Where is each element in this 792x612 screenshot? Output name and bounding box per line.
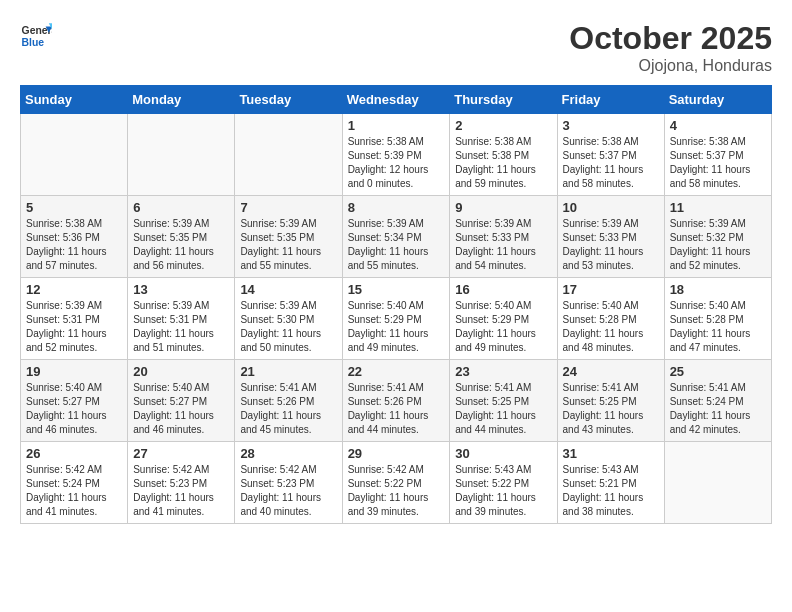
day-number: 26 — [26, 446, 122, 461]
calendar-cell: 23Sunrise: 5:41 AMSunset: 5:25 PMDayligh… — [450, 360, 557, 442]
calendar-cell — [664, 442, 771, 524]
calendar-cell: 15Sunrise: 5:40 AMSunset: 5:29 PMDayligh… — [342, 278, 450, 360]
calendar-cell — [21, 114, 128, 196]
day-info: Sunrise: 5:39 AMSunset: 5:35 PMDaylight:… — [133, 217, 229, 273]
calendar-cell: 6Sunrise: 5:39 AMSunset: 5:35 PMDaylight… — [128, 196, 235, 278]
day-number: 12 — [26, 282, 122, 297]
day-number: 17 — [563, 282, 659, 297]
header-thursday: Thursday — [450, 86, 557, 114]
week-row-3: 12Sunrise: 5:39 AMSunset: 5:31 PMDayligh… — [21, 278, 772, 360]
calendar-cell — [128, 114, 235, 196]
week-row-1: 1Sunrise: 5:38 AMSunset: 5:39 PMDaylight… — [21, 114, 772, 196]
calendar-cell: 8Sunrise: 5:39 AMSunset: 5:34 PMDaylight… — [342, 196, 450, 278]
day-number: 25 — [670, 364, 766, 379]
day-info: Sunrise: 5:39 AMSunset: 5:34 PMDaylight:… — [348, 217, 445, 273]
calendar-cell: 9Sunrise: 5:39 AMSunset: 5:33 PMDaylight… — [450, 196, 557, 278]
day-number: 29 — [348, 446, 445, 461]
title-block: October 2025 Ojojona, Honduras — [569, 20, 772, 75]
day-number: 5 — [26, 200, 122, 215]
location: Ojojona, Honduras — [569, 57, 772, 75]
day-info: Sunrise: 5:38 AMSunset: 5:39 PMDaylight:… — [348, 135, 445, 191]
calendar-cell: 26Sunrise: 5:42 AMSunset: 5:24 PMDayligh… — [21, 442, 128, 524]
day-info: Sunrise: 5:41 AMSunset: 5:26 PMDaylight:… — [240, 381, 336, 437]
calendar-cell: 11Sunrise: 5:39 AMSunset: 5:32 PMDayligh… — [664, 196, 771, 278]
day-number: 3 — [563, 118, 659, 133]
day-number: 22 — [348, 364, 445, 379]
day-number: 10 — [563, 200, 659, 215]
calendar-cell: 30Sunrise: 5:43 AMSunset: 5:22 PMDayligh… — [450, 442, 557, 524]
day-number: 6 — [133, 200, 229, 215]
calendar-cell: 28Sunrise: 5:42 AMSunset: 5:23 PMDayligh… — [235, 442, 342, 524]
logo: General Blue — [20, 20, 52, 52]
day-number: 4 — [670, 118, 766, 133]
calendar-header-row: SundayMondayTuesdayWednesdayThursdayFrid… — [21, 86, 772, 114]
month-title: October 2025 — [569, 20, 772, 57]
calendar-cell: 22Sunrise: 5:41 AMSunset: 5:26 PMDayligh… — [342, 360, 450, 442]
header-tuesday: Tuesday — [235, 86, 342, 114]
day-info: Sunrise: 5:39 AMSunset: 5:31 PMDaylight:… — [133, 299, 229, 355]
day-info: Sunrise: 5:38 AMSunset: 5:37 PMDaylight:… — [563, 135, 659, 191]
calendar-table: SundayMondayTuesdayWednesdayThursdayFrid… — [20, 85, 772, 524]
calendar-cell: 25Sunrise: 5:41 AMSunset: 5:24 PMDayligh… — [664, 360, 771, 442]
day-number: 18 — [670, 282, 766, 297]
page-header: General Blue October 2025 Ojojona, Hondu… — [20, 20, 772, 75]
day-info: Sunrise: 5:42 AMSunset: 5:22 PMDaylight:… — [348, 463, 445, 519]
calendar-cell: 1Sunrise: 5:38 AMSunset: 5:39 PMDaylight… — [342, 114, 450, 196]
day-number: 8 — [348, 200, 445, 215]
day-number: 9 — [455, 200, 551, 215]
header-saturday: Saturday — [664, 86, 771, 114]
logo-icon: General Blue — [20, 20, 52, 52]
day-number: 13 — [133, 282, 229, 297]
calendar-cell: 17Sunrise: 5:40 AMSunset: 5:28 PMDayligh… — [557, 278, 664, 360]
day-info: Sunrise: 5:39 AMSunset: 5:33 PMDaylight:… — [455, 217, 551, 273]
calendar-cell: 18Sunrise: 5:40 AMSunset: 5:28 PMDayligh… — [664, 278, 771, 360]
calendar-cell: 20Sunrise: 5:40 AMSunset: 5:27 PMDayligh… — [128, 360, 235, 442]
calendar-cell: 14Sunrise: 5:39 AMSunset: 5:30 PMDayligh… — [235, 278, 342, 360]
day-number: 14 — [240, 282, 336, 297]
day-info: Sunrise: 5:38 AMSunset: 5:38 PMDaylight:… — [455, 135, 551, 191]
calendar-cell: 10Sunrise: 5:39 AMSunset: 5:33 PMDayligh… — [557, 196, 664, 278]
day-info: Sunrise: 5:40 AMSunset: 5:27 PMDaylight:… — [26, 381, 122, 437]
day-info: Sunrise: 5:39 AMSunset: 5:31 PMDaylight:… — [26, 299, 122, 355]
header-wednesday: Wednesday — [342, 86, 450, 114]
day-number: 21 — [240, 364, 336, 379]
day-info: Sunrise: 5:39 AMSunset: 5:33 PMDaylight:… — [563, 217, 659, 273]
calendar-cell: 21Sunrise: 5:41 AMSunset: 5:26 PMDayligh… — [235, 360, 342, 442]
calendar-cell: 4Sunrise: 5:38 AMSunset: 5:37 PMDaylight… — [664, 114, 771, 196]
day-info: Sunrise: 5:38 AMSunset: 5:37 PMDaylight:… — [670, 135, 766, 191]
calendar-cell: 31Sunrise: 5:43 AMSunset: 5:21 PMDayligh… — [557, 442, 664, 524]
calendar-cell: 5Sunrise: 5:38 AMSunset: 5:36 PMDaylight… — [21, 196, 128, 278]
day-info: Sunrise: 5:43 AMSunset: 5:22 PMDaylight:… — [455, 463, 551, 519]
day-info: Sunrise: 5:40 AMSunset: 5:29 PMDaylight:… — [348, 299, 445, 355]
day-number: 19 — [26, 364, 122, 379]
day-info: Sunrise: 5:42 AMSunset: 5:23 PMDaylight:… — [133, 463, 229, 519]
day-number: 15 — [348, 282, 445, 297]
day-info: Sunrise: 5:40 AMSunset: 5:29 PMDaylight:… — [455, 299, 551, 355]
day-info: Sunrise: 5:39 AMSunset: 5:35 PMDaylight:… — [240, 217, 336, 273]
day-number: 31 — [563, 446, 659, 461]
day-info: Sunrise: 5:40 AMSunset: 5:28 PMDaylight:… — [670, 299, 766, 355]
day-info: Sunrise: 5:41 AMSunset: 5:25 PMDaylight:… — [563, 381, 659, 437]
day-info: Sunrise: 5:42 AMSunset: 5:23 PMDaylight:… — [240, 463, 336, 519]
header-friday: Friday — [557, 86, 664, 114]
day-info: Sunrise: 5:41 AMSunset: 5:25 PMDaylight:… — [455, 381, 551, 437]
day-number: 28 — [240, 446, 336, 461]
calendar-cell: 19Sunrise: 5:40 AMSunset: 5:27 PMDayligh… — [21, 360, 128, 442]
calendar-cell: 16Sunrise: 5:40 AMSunset: 5:29 PMDayligh… — [450, 278, 557, 360]
day-info: Sunrise: 5:39 AMSunset: 5:30 PMDaylight:… — [240, 299, 336, 355]
day-info: Sunrise: 5:38 AMSunset: 5:36 PMDaylight:… — [26, 217, 122, 273]
day-number: 7 — [240, 200, 336, 215]
day-info: Sunrise: 5:42 AMSunset: 5:24 PMDaylight:… — [26, 463, 122, 519]
calendar-cell: 2Sunrise: 5:38 AMSunset: 5:38 PMDaylight… — [450, 114, 557, 196]
week-row-4: 19Sunrise: 5:40 AMSunset: 5:27 PMDayligh… — [21, 360, 772, 442]
day-number: 30 — [455, 446, 551, 461]
calendar-cell — [235, 114, 342, 196]
calendar-cell: 3Sunrise: 5:38 AMSunset: 5:37 PMDaylight… — [557, 114, 664, 196]
calendar-cell: 7Sunrise: 5:39 AMSunset: 5:35 PMDaylight… — [235, 196, 342, 278]
day-number: 20 — [133, 364, 229, 379]
calendar-cell: 24Sunrise: 5:41 AMSunset: 5:25 PMDayligh… — [557, 360, 664, 442]
day-number: 16 — [455, 282, 551, 297]
header-monday: Monday — [128, 86, 235, 114]
calendar-cell: 12Sunrise: 5:39 AMSunset: 5:31 PMDayligh… — [21, 278, 128, 360]
calendar-cell: 29Sunrise: 5:42 AMSunset: 5:22 PMDayligh… — [342, 442, 450, 524]
